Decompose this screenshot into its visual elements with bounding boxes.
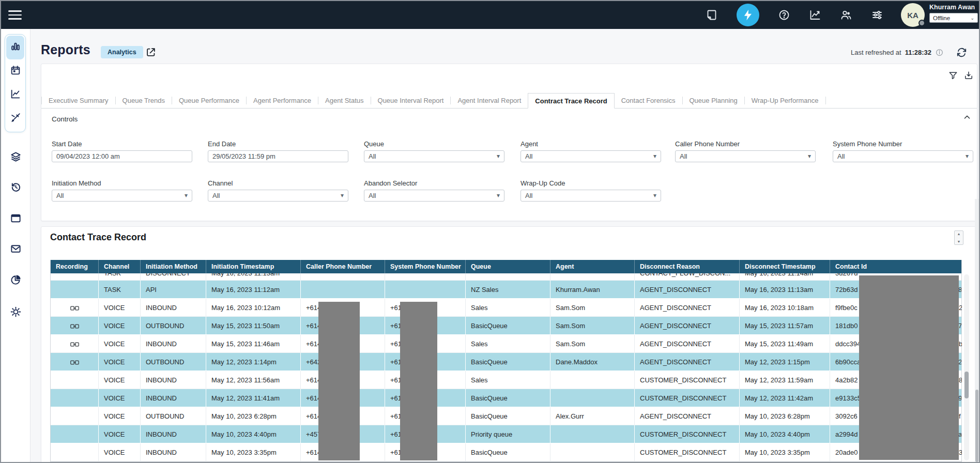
tab-agent-interval-report[interactable]: Agent Interval Report [451, 93, 528, 108]
redaction-box-system [400, 302, 437, 460]
table-row[interactable]: VOICEOUTBOUNDMay 15, 2023 11:50am+614+61… [51, 317, 961, 335]
sidebar-item-layers[interactable] [1, 150, 30, 165]
info-icon[interactable] [935, 48, 944, 57]
table-row[interactable]: TASKDISCONNECTMay 16, 2023 11:13amCONTAC… [51, 273, 961, 281]
sidebar-item-mail[interactable] [1, 242, 30, 257]
tab-queue-trends[interactable]: Queue Trends [116, 93, 172, 108]
avatar[interactable]: KA [901, 3, 925, 27]
cell-text: May 12, 2023 1:14pm [211, 358, 277, 366]
column-header-initiation-method[interactable]: Initiation Method [141, 260, 206, 273]
tab-queue-planning[interactable]: Queue Planning [683, 93, 744, 108]
filter-agent-select[interactable]: All▾ [520, 150, 661, 162]
cell-disconnect-timestamp: May 12, 2023 11:42am [740, 389, 830, 407]
tab-wrap-up-performance[interactable]: Wrap-Up Performance [745, 93, 825, 108]
metrics-icon[interactable] [809, 9, 821, 21]
tab-executive-summary[interactable]: Executive Summary [42, 93, 115, 108]
table-row[interactable]: VOICEINBOUNDMay 10, 2023 4:40pm+457+612P… [51, 425, 961, 443]
column-header-recording[interactable]: Recording [51, 260, 99, 273]
sidebar-item-design[interactable] [6, 107, 24, 131]
column-header-agent[interactable]: Agent [550, 260, 635, 273]
column-header-disconnect-reason[interactable]: Disconnect Reason [635, 260, 740, 273]
cell-channel: VOICE [99, 353, 141, 371]
sidebar-item-pie-chart[interactable] [1, 273, 30, 288]
page-scrollbar-track[interactable] [975, 199, 979, 463]
sidebar-item-window[interactable] [1, 212, 30, 226]
recording-link-icon[interactable] [70, 305, 79, 311]
filter-funnel-icon[interactable] [948, 70, 958, 81]
tab-contact-forensics[interactable]: Contact Forensics [615, 93, 682, 108]
cell-text: AGENT_DISCONNECT [640, 322, 711, 330]
filter-agent-label: Agent [520, 140, 661, 148]
column-header-queue[interactable]: Queue [466, 260, 550, 273]
contact-id-prefix: ddcc394 [835, 340, 861, 348]
sidebar-item-history[interactable] [1, 181, 30, 195]
cell-text: BasicQueue [471, 449, 508, 456]
cell-recording [51, 371, 99, 389]
hamburger-menu-icon[interactable] [8, 8, 22, 22]
table-title-scrollbar[interactable]: ▲▼ [954, 230, 963, 245]
people-icon[interactable] [840, 9, 852, 21]
recording-link-icon[interactable] [70, 359, 79, 365]
table-row[interactable]: VOICEOUTBOUNDMay 10, 2023 6:28pm+614+612… [51, 407, 961, 425]
sidebar-item-bar-chart[interactable] [6, 36, 24, 59]
cell-disconnect-reason: AGENT_DISCONNECT [635, 407, 740, 425]
cell-disconnect-reason: AGENT_DISCONNECT [635, 353, 740, 371]
filter-system-phone-number: System Phone NumberAll▾ [833, 140, 973, 162]
recording-link-icon[interactable] [70, 341, 79, 347]
tab-queue-performance[interactable]: Queue Performance [172, 93, 246, 108]
download-icon[interactable] [963, 70, 974, 81]
chevron-up-icon[interactable] [962, 113, 972, 122]
tab-bar: Executive SummaryQueue TrendsQueue Perfo… [41, 94, 977, 109]
table-row[interactable]: VOICEINBOUNDMay 16, 2023 10:12am+614+612… [51, 299, 961, 317]
notes-icon[interactable] [706, 9, 718, 21]
table-row[interactable]: VOICEINBOUNDMay 12, 2023 11:41am+614+612… [51, 389, 961, 407]
table-row[interactable]: VOICEINBOUNDMay 12, 2023 11:56am+614+612… [51, 371, 961, 389]
sliders-icon[interactable] [871, 9, 883, 21]
table-row[interactable]: VOICEOUTBOUNDMay 12, 2023 1:14pm+642+612… [51, 353, 961, 371]
column-header-initiation-timestamp[interactable]: Initiation Timestamp [206, 260, 301, 273]
sidebar-item-line-chart[interactable] [6, 83, 24, 107]
filter-abandon-selector-select[interactable]: All▾ [364, 190, 504, 202]
filter-caller-phone-number-select[interactable]: All▾ [675, 150, 816, 162]
column-header-contact-id[interactable]: Contact Id [830, 260, 962, 273]
filter-initiation-method-select[interactable]: All▾ [52, 190, 192, 202]
table-scrollbar-track[interactable] [964, 274, 969, 460]
help-icon[interactable] [778, 9, 790, 21]
column-header-caller-phone-number[interactable]: Caller Phone Number [301, 260, 385, 273]
cell-agent: Alex.Gurr [550, 407, 635, 425]
tab-contract-trace-record[interactable]: Contract Trace Record [528, 93, 614, 109]
flash-icon[interactable] [737, 4, 759, 26]
card-corner-icons [948, 70, 974, 81]
tab-queue-interval-report[interactable]: Queue Interval Report [371, 93, 451, 108]
sidebar-group [5, 34, 26, 132]
table-row[interactable]: TASKAPIMay 16, 2023 11:12amNZ SalesKhurr… [51, 281, 961, 299]
filter-end-date-input[interactable]: 29/05/2023 11:59 pm [208, 150, 348, 162]
table-row[interactable]: VOICEINBOUNDMay 10, 2023 3:35pm+614+612B… [51, 443, 961, 461]
cell-text: May 15, 2023 11:49am [745, 340, 813, 348]
sidebar-item-calendar[interactable] [6, 59, 24, 83]
tab-agent-performance[interactable]: Agent Performance [247, 93, 318, 108]
filter-start-date-input[interactable]: 09/04/2023 12:00 am [52, 150, 192, 162]
table-row[interactable]: VOICEINBOUNDMay 15, 2023 11:46am+614+612… [51, 335, 961, 353]
cell-queue: Sales [466, 299, 550, 316]
cell-recording [51, 273, 99, 280]
filter-system-phone-number-select[interactable]: All▾ [833, 150, 973, 162]
filter-channel-select[interactable]: All▾ [208, 190, 348, 202]
app-window: KA Khurram Awan Offline ⌄ Reports Analyt… [0, 0, 980, 463]
column-header-disconnect-timestamp[interactable]: Disconnect Timestamp [740, 260, 830, 273]
user-block: Khurram Awan Offline ⌄ [929, 4, 979, 23]
column-header-channel[interactable]: Channel [99, 260, 141, 273]
filter-wrap-up-code-select[interactable]: All▾ [520, 190, 661, 202]
tab-agent-status[interactable]: Agent Status [318, 93, 370, 108]
recording-link-icon[interactable] [70, 323, 79, 329]
controls-title: Controls [52, 115, 78, 123]
external-link-icon[interactable] [145, 47, 157, 58]
filter-queue-select[interactable]: All▾ [364, 150, 504, 162]
status-select[interactable]: Offline ⌄ [929, 13, 978, 23]
cell-queue [466, 273, 550, 280]
page-scrollbar-thumb[interactable] [975, 390, 978, 462]
sidebar-item-settings[interactable] [1, 305, 30, 320]
column-header-system-phone-number[interactable]: System Phone Number [385, 260, 466, 273]
refresh-icon[interactable] [956, 47, 968, 58]
table-scrollbar-thumb[interactable] [964, 372, 969, 398]
